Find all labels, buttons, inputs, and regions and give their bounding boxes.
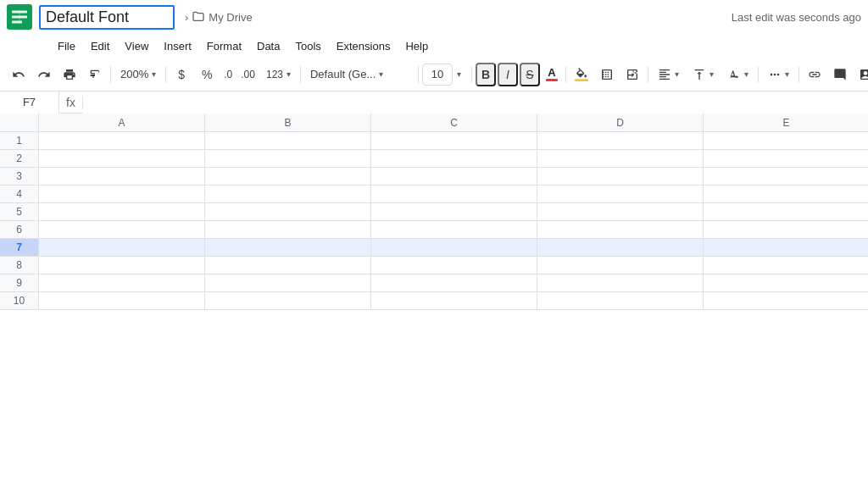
percent-button[interactable]: % xyxy=(195,63,219,86)
menu-view[interactable]: View xyxy=(118,38,155,54)
strikethrough-button[interactable]: S xyxy=(520,63,540,86)
insert-link-button[interactable] xyxy=(803,63,826,86)
grid-cell[interactable] xyxy=(39,203,205,220)
borders-button[interactable] xyxy=(595,63,619,86)
grid-cell[interactable] xyxy=(537,221,704,238)
font-size-input[interactable] xyxy=(422,64,453,86)
grid-cell[interactable] xyxy=(371,168,537,185)
document-title-input[interactable] xyxy=(39,5,175,30)
grid-cell[interactable] xyxy=(537,203,704,220)
menu-insert[interactable]: Insert xyxy=(157,38,198,54)
grid-cell[interactable] xyxy=(371,150,537,167)
grid-cell[interactable] xyxy=(537,168,704,185)
decimal-decrease-dropdown[interactable]: .0 xyxy=(220,63,236,86)
grid-cell[interactable] xyxy=(205,274,371,291)
valign-dropdown[interactable]: ▾ xyxy=(687,63,720,86)
my-drive-label[interactable]: My Drive xyxy=(209,11,252,24)
menu-format[interactable]: Format xyxy=(200,38,248,54)
currency-button[interactable]: $ xyxy=(170,63,193,86)
menu-extensions[interactable]: Extensions xyxy=(330,38,398,54)
row-header-9[interactable]: 9 xyxy=(0,274,39,291)
undo-button[interactable] xyxy=(7,63,31,86)
more-formats-dropdown[interactable]: 123 ▾ xyxy=(260,63,297,86)
more-options-dropdown[interactable]: ▾ xyxy=(762,63,795,86)
grid-cell[interactable] xyxy=(371,239,537,256)
col-header-c[interactable]: C xyxy=(371,114,537,131)
row-header-2[interactable]: 2 xyxy=(0,150,39,167)
grid-cell[interactable] xyxy=(39,239,205,256)
grid-cell[interactable] xyxy=(39,132,205,149)
grid-cell[interactable] xyxy=(704,239,868,256)
insert-chart-button[interactable] xyxy=(854,63,868,86)
grid-cell[interactable] xyxy=(537,150,704,167)
italic-button[interactable]: I xyxy=(498,63,518,86)
grid-cell[interactable] xyxy=(704,257,868,274)
text-rotate-dropdown[interactable]: ▾ xyxy=(721,63,754,86)
grid-cell[interactable] xyxy=(704,274,868,291)
row-header-4[interactable]: 4 xyxy=(0,186,39,202)
menu-tools[interactable]: Tools xyxy=(288,38,327,54)
grid-cell[interactable] xyxy=(39,168,205,185)
fill-color-button[interactable] xyxy=(570,63,593,86)
menu-help[interactable]: Help xyxy=(398,38,435,54)
text-color-button[interactable]: A xyxy=(542,63,562,86)
row-header-5[interactable]: 5 xyxy=(0,203,39,220)
row-header-6[interactable]: 6 xyxy=(0,221,39,238)
grid-cell[interactable] xyxy=(39,257,205,274)
paint-format-button[interactable] xyxy=(83,63,107,86)
grid-cell[interactable] xyxy=(704,168,868,185)
formula-input[interactable] xyxy=(83,91,868,114)
grid-cell[interactable] xyxy=(537,132,704,149)
grid-cell[interactable] xyxy=(371,274,537,291)
menu-edit[interactable]: Edit xyxy=(84,38,116,54)
grid-cell[interactable] xyxy=(205,186,371,202)
grid-cell[interactable] xyxy=(39,221,205,238)
grid-cell[interactable] xyxy=(371,186,537,202)
grid-cell[interactable] xyxy=(537,186,704,202)
menu-data[interactable]: Data xyxy=(250,38,287,54)
grid-cell[interactable] xyxy=(704,292,868,309)
bold-button[interactable]: B xyxy=(476,63,496,86)
grid-cell[interactable] xyxy=(371,132,537,149)
grid-cell[interactable] xyxy=(205,257,371,274)
merge-cells-button[interactable] xyxy=(620,63,644,86)
grid-cell[interactable] xyxy=(704,203,868,220)
grid-cell[interactable] xyxy=(205,292,371,309)
grid-cell[interactable] xyxy=(371,292,537,309)
row-header-1[interactable]: 1 xyxy=(0,132,39,149)
grid-cell[interactable] xyxy=(371,257,537,274)
grid-cell[interactable] xyxy=(704,132,868,149)
row-header-8[interactable]: 8 xyxy=(0,257,39,274)
col-header-d[interactable]: D xyxy=(537,114,704,131)
grid-cell[interactable] xyxy=(371,203,537,220)
grid-cell[interactable] xyxy=(205,203,371,220)
grid-cell[interactable] xyxy=(39,292,205,309)
grid-cell[interactable] xyxy=(205,239,371,256)
grid-cell[interactable] xyxy=(39,186,205,202)
redo-button[interactable] xyxy=(32,63,56,86)
grid-cell[interactable] xyxy=(537,274,704,291)
zoom-dropdown[interactable]: 200% ▾ xyxy=(114,63,162,86)
grid-cell[interactable] xyxy=(537,257,704,274)
grid-cell[interactable] xyxy=(205,132,371,149)
print-button[interactable] xyxy=(58,63,81,86)
font-size-dropdown[interactable]: ▾ xyxy=(454,63,468,86)
decimal-increase-dropdown[interactable]: .00 xyxy=(237,63,259,86)
grid-cell[interactable] xyxy=(39,150,205,167)
grid-cell[interactable] xyxy=(704,150,868,167)
col-header-a[interactable]: A xyxy=(39,114,205,131)
halign-dropdown[interactable]: ▾ xyxy=(652,63,685,86)
grid-cell[interactable] xyxy=(537,239,704,256)
grid-cell[interactable] xyxy=(537,292,704,309)
row-header-7[interactable]: 7 xyxy=(0,239,39,256)
grid-cell[interactable] xyxy=(704,221,868,238)
col-header-e[interactable]: E xyxy=(704,114,868,131)
grid-cell[interactable] xyxy=(371,221,537,238)
font-family-dropdown[interactable]: Default (Ge... ▾ xyxy=(304,63,415,86)
row-header-10[interactable]: 10 xyxy=(0,292,39,309)
grid-cell[interactable] xyxy=(205,221,371,238)
grid-cell[interactable] xyxy=(704,186,868,202)
insert-comment-button[interactable] xyxy=(828,63,852,86)
col-header-b[interactable]: B xyxy=(205,114,371,131)
cell-reference-box[interactable] xyxy=(0,91,59,114)
